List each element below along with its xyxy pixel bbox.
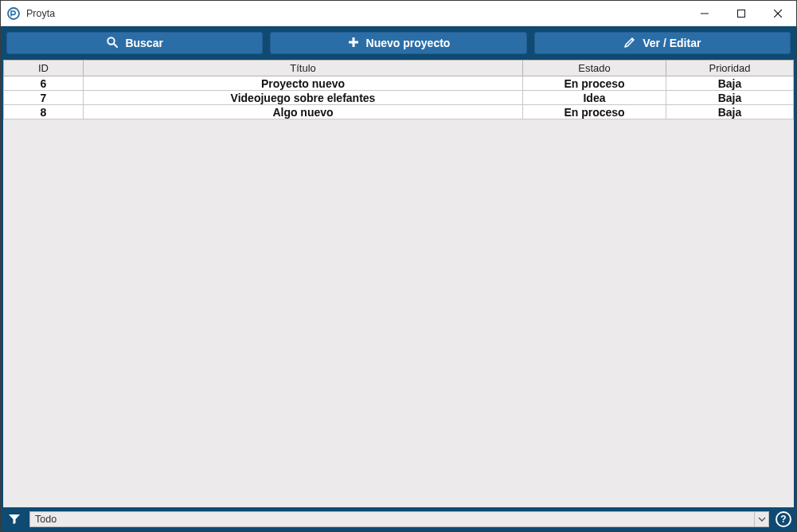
new-project-button-label: Nuevo proyecto	[366, 37, 451, 49]
svg-line-6	[114, 44, 117, 47]
cell-priority: Baja	[666, 105, 794, 119]
cell-id: 6	[4, 76, 84, 91]
view-edit-button[interactable]: Ver / Editar	[534, 32, 791, 54]
help-button[interactable]: ?	[776, 511, 791, 527]
cell-state: Idea	[523, 91, 666, 105]
table-row[interactable]: 7Videojuego sobre elefantesIdeaBaja	[4, 91, 794, 105]
cell-title: Algo nuevo	[84, 105, 523, 119]
toolbar: Buscar Nuevo proyecto Ver / Editar	[1, 26, 796, 60]
cell-id: 7	[4, 91, 84, 105]
cell-title: Proyecto nuevo	[84, 76, 523, 91]
filter-icon[interactable]	[6, 510, 23, 528]
cell-priority: Baja	[666, 91, 794, 105]
view-edit-button-label: Ver / Editar	[643, 37, 701, 49]
window-minimize-button[interactable]	[686, 1, 723, 26]
app-window: Proyta Buscar Nuevo proyecto	[0, 0, 797, 532]
col-header-priority[interactable]: Prioridad	[666, 61, 794, 76]
svg-point-0	[8, 8, 19, 19]
search-button[interactable]: Buscar	[6, 32, 263, 54]
window-title: Proyta	[26, 8, 55, 19]
pencil-icon	[623, 36, 636, 51]
col-header-title[interactable]: Título	[84, 61, 523, 76]
cell-id: 8	[4, 105, 84, 119]
new-project-button[interactable]: Nuevo proyecto	[270, 32, 526, 54]
search-icon	[106, 36, 119, 51]
chevron-down-icon	[754, 512, 768, 526]
projects-table: ID Título Estado Prioridad 6Proyecto nue…	[3, 60, 794, 119]
window-close-button[interactable]	[760, 1, 796, 26]
cell-state: En proceso	[523, 105, 666, 119]
plus-icon	[347, 36, 360, 51]
col-header-state[interactable]: Estado	[523, 61, 666, 76]
cell-priority: Baja	[666, 76, 794, 91]
table-row[interactable]: 8Algo nuevoEn procesoBaja	[4, 105, 794, 119]
search-button-label: Buscar	[125, 37, 162, 49]
table-body: 6Proyecto nuevoEn procesoBaja7Videojuego…	[4, 76, 794, 119]
table-header-row: ID Título Estado Prioridad	[4, 61, 794, 76]
titlebar: Proyta	[1, 1, 796, 26]
status-bar: Todo ?	[1, 507, 796, 531]
svg-rect-2	[738, 10, 745, 17]
cell-title: Videojuego sobre elefantes	[84, 91, 523, 105]
col-header-id[interactable]: ID	[4, 61, 84, 76]
filter-dropdown-value: Todo	[35, 514, 57, 525]
filter-dropdown[interactable]: Todo	[29, 511, 769, 527]
table-row[interactable]: 6Proyecto nuevoEn procesoBaja	[4, 76, 794, 91]
table-area: ID Título Estado Prioridad 6Proyecto nue…	[1, 60, 796, 507]
cell-state: En proceso	[523, 76, 666, 91]
app-icon	[7, 7, 20, 20]
window-maximize-button[interactable]	[723, 1, 760, 26]
